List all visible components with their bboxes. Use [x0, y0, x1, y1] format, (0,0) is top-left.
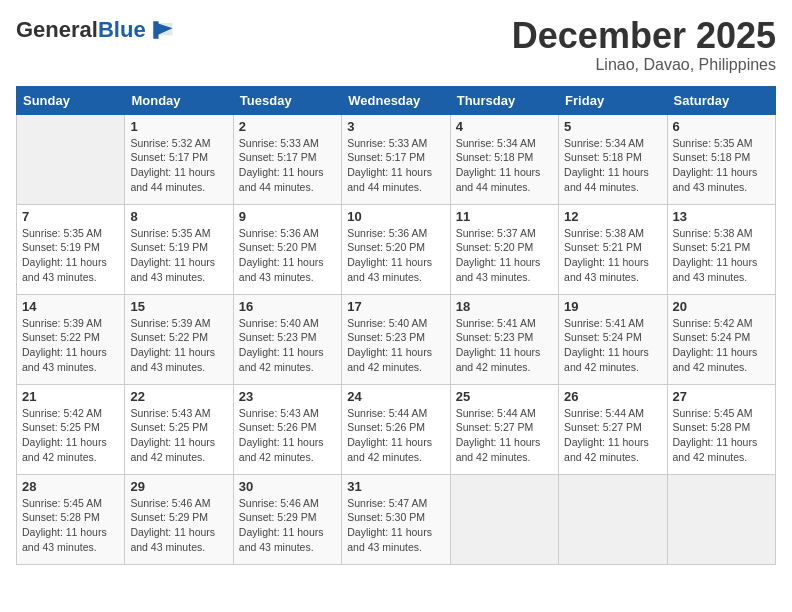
calendar-cell: 29Sunrise: 5:46 AM Sunset: 5:29 PM Dayli…: [125, 474, 233, 564]
day-info: Sunrise: 5:42 AM Sunset: 5:25 PM Dayligh…: [22, 406, 119, 465]
calendar-cell: 16Sunrise: 5:40 AM Sunset: 5:23 PM Dayli…: [233, 294, 341, 384]
calendar-week-row: 1Sunrise: 5:32 AM Sunset: 5:17 PM Daylig…: [17, 114, 776, 204]
day-number: 13: [673, 209, 770, 224]
calendar-week-row: 7Sunrise: 5:35 AM Sunset: 5:19 PM Daylig…: [17, 204, 776, 294]
day-info: Sunrise: 5:33 AM Sunset: 5:17 PM Dayligh…: [347, 136, 444, 195]
calendar-cell: 31Sunrise: 5:47 AM Sunset: 5:30 PM Dayli…: [342, 474, 450, 564]
day-info: Sunrise: 5:33 AM Sunset: 5:17 PM Dayligh…: [239, 136, 336, 195]
day-info: Sunrise: 5:39 AM Sunset: 5:22 PM Dayligh…: [22, 316, 119, 375]
weekday-header: Saturday: [667, 86, 775, 114]
calendar-cell: 9Sunrise: 5:36 AM Sunset: 5:20 PM Daylig…: [233, 204, 341, 294]
day-info: Sunrise: 5:41 AM Sunset: 5:24 PM Dayligh…: [564, 316, 661, 375]
weekday-header: Tuesday: [233, 86, 341, 114]
weekday-header: Monday: [125, 86, 233, 114]
calendar-cell: [17, 114, 125, 204]
day-info: Sunrise: 5:43 AM Sunset: 5:26 PM Dayligh…: [239, 406, 336, 465]
day-number: 30: [239, 479, 336, 494]
calendar-cell: 1Sunrise: 5:32 AM Sunset: 5:17 PM Daylig…: [125, 114, 233, 204]
day-number: 9: [239, 209, 336, 224]
day-info: Sunrise: 5:44 AM Sunset: 5:27 PM Dayligh…: [456, 406, 553, 465]
calendar-cell: 14Sunrise: 5:39 AM Sunset: 5:22 PM Dayli…: [17, 294, 125, 384]
day-number: 15: [130, 299, 227, 314]
day-info: Sunrise: 5:35 AM Sunset: 5:19 PM Dayligh…: [22, 226, 119, 285]
page-header: GeneralBlue December 2025 Linao, Davao, …: [16, 16, 776, 74]
day-number: 6: [673, 119, 770, 134]
day-number: 18: [456, 299, 553, 314]
day-number: 1: [130, 119, 227, 134]
weekday-header-row: SundayMondayTuesdayWednesdayThursdayFrid…: [17, 86, 776, 114]
day-number: 28: [22, 479, 119, 494]
day-number: 4: [456, 119, 553, 134]
calendar-cell: 20Sunrise: 5:42 AM Sunset: 5:24 PM Dayli…: [667, 294, 775, 384]
calendar-cell: 6Sunrise: 5:35 AM Sunset: 5:18 PM Daylig…: [667, 114, 775, 204]
calendar-table: SundayMondayTuesdayWednesdayThursdayFrid…: [16, 86, 776, 565]
day-number: 27: [673, 389, 770, 404]
day-info: Sunrise: 5:44 AM Sunset: 5:27 PM Dayligh…: [564, 406, 661, 465]
day-info: Sunrise: 5:47 AM Sunset: 5:30 PM Dayligh…: [347, 496, 444, 555]
day-number: 24: [347, 389, 444, 404]
weekday-header: Sunday: [17, 86, 125, 114]
calendar-cell: [667, 474, 775, 564]
day-number: 22: [130, 389, 227, 404]
day-number: 12: [564, 209, 661, 224]
calendar-cell: 28Sunrise: 5:45 AM Sunset: 5:28 PM Dayli…: [17, 474, 125, 564]
calendar-cell: 10Sunrise: 5:36 AM Sunset: 5:20 PM Dayli…: [342, 204, 450, 294]
day-number: 31: [347, 479, 444, 494]
calendar-cell: 8Sunrise: 5:35 AM Sunset: 5:19 PM Daylig…: [125, 204, 233, 294]
calendar-cell: 30Sunrise: 5:46 AM Sunset: 5:29 PM Dayli…: [233, 474, 341, 564]
day-info: Sunrise: 5:40 AM Sunset: 5:23 PM Dayligh…: [239, 316, 336, 375]
day-number: 20: [673, 299, 770, 314]
day-number: 2: [239, 119, 336, 134]
day-number: 3: [347, 119, 444, 134]
day-info: Sunrise: 5:46 AM Sunset: 5:29 PM Dayligh…: [239, 496, 336, 555]
calendar-cell: 13Sunrise: 5:38 AM Sunset: 5:21 PM Dayli…: [667, 204, 775, 294]
calendar-cell: 25Sunrise: 5:44 AM Sunset: 5:27 PM Dayli…: [450, 384, 558, 474]
calendar-cell: 5Sunrise: 5:34 AM Sunset: 5:18 PM Daylig…: [559, 114, 667, 204]
day-info: Sunrise: 5:34 AM Sunset: 5:18 PM Dayligh…: [564, 136, 661, 195]
day-number: 7: [22, 209, 119, 224]
day-info: Sunrise: 5:38 AM Sunset: 5:21 PM Dayligh…: [673, 226, 770, 285]
day-number: 17: [347, 299, 444, 314]
location: Linao, Davao, Philippines: [512, 56, 776, 74]
day-info: Sunrise: 5:45 AM Sunset: 5:28 PM Dayligh…: [673, 406, 770, 465]
day-number: 16: [239, 299, 336, 314]
day-info: Sunrise: 5:32 AM Sunset: 5:17 PM Dayligh…: [130, 136, 227, 195]
day-info: Sunrise: 5:37 AM Sunset: 5:20 PM Dayligh…: [456, 226, 553, 285]
calendar-cell: 2Sunrise: 5:33 AM Sunset: 5:17 PM Daylig…: [233, 114, 341, 204]
calendar-cell: 19Sunrise: 5:41 AM Sunset: 5:24 PM Dayli…: [559, 294, 667, 384]
calendar-cell: 24Sunrise: 5:44 AM Sunset: 5:26 PM Dayli…: [342, 384, 450, 474]
day-info: Sunrise: 5:42 AM Sunset: 5:24 PM Dayligh…: [673, 316, 770, 375]
day-number: 25: [456, 389, 553, 404]
day-info: Sunrise: 5:34 AM Sunset: 5:18 PM Dayligh…: [456, 136, 553, 195]
day-number: 29: [130, 479, 227, 494]
day-number: 5: [564, 119, 661, 134]
calendar-cell: [450, 474, 558, 564]
weekday-header: Wednesday: [342, 86, 450, 114]
logo: GeneralBlue: [16, 16, 176, 44]
calendar-cell: 11Sunrise: 5:37 AM Sunset: 5:20 PM Dayli…: [450, 204, 558, 294]
weekday-header: Friday: [559, 86, 667, 114]
day-info: Sunrise: 5:35 AM Sunset: 5:19 PM Dayligh…: [130, 226, 227, 285]
day-info: Sunrise: 5:45 AM Sunset: 5:28 PM Dayligh…: [22, 496, 119, 555]
day-info: Sunrise: 5:40 AM Sunset: 5:23 PM Dayligh…: [347, 316, 444, 375]
day-info: Sunrise: 5:43 AM Sunset: 5:25 PM Dayligh…: [130, 406, 227, 465]
day-info: Sunrise: 5:41 AM Sunset: 5:23 PM Dayligh…: [456, 316, 553, 375]
day-number: 26: [564, 389, 661, 404]
calendar-cell: [559, 474, 667, 564]
day-number: 23: [239, 389, 336, 404]
logo-text: GeneralBlue: [16, 19, 146, 41]
day-number: 19: [564, 299, 661, 314]
calendar-week-row: 28Sunrise: 5:45 AM Sunset: 5:28 PM Dayli…: [17, 474, 776, 564]
day-number: 21: [22, 389, 119, 404]
day-number: 11: [456, 209, 553, 224]
day-info: Sunrise: 5:36 AM Sunset: 5:20 PM Dayligh…: [239, 226, 336, 285]
calendar-week-row: 14Sunrise: 5:39 AM Sunset: 5:22 PM Dayli…: [17, 294, 776, 384]
day-info: Sunrise: 5:39 AM Sunset: 5:22 PM Dayligh…: [130, 316, 227, 375]
day-number: 10: [347, 209, 444, 224]
day-info: Sunrise: 5:35 AM Sunset: 5:18 PM Dayligh…: [673, 136, 770, 195]
title-block: December 2025 Linao, Davao, Philippines: [512, 16, 776, 74]
day-info: Sunrise: 5:36 AM Sunset: 5:20 PM Dayligh…: [347, 226, 444, 285]
logo-icon: [148, 16, 176, 44]
calendar-cell: 12Sunrise: 5:38 AM Sunset: 5:21 PM Dayli…: [559, 204, 667, 294]
day-info: Sunrise: 5:46 AM Sunset: 5:29 PM Dayligh…: [130, 496, 227, 555]
